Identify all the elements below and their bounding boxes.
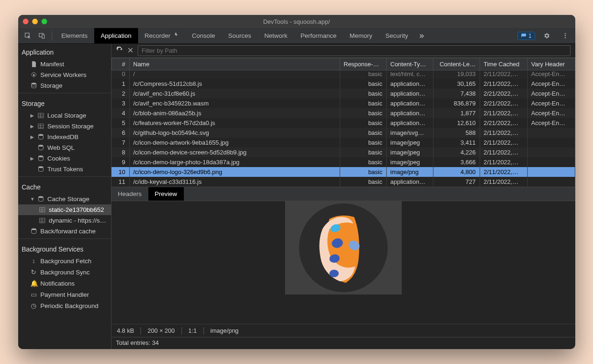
settings-icon[interactable] — [541, 30, 553, 42]
filter-bar — [112, 44, 575, 58]
sidebar-item-background-fetch[interactable]: ↕Background Fetch — [18, 256, 111, 266]
database-icon — [37, 133, 44, 140]
preview-size: 4.8 kB — [117, 327, 134, 334]
tab-elements[interactable]: Elements — [55, 28, 94, 43]
table-row[interactable]: 11/c/idb-keyval-c33d3116.jsbasicapplicat… — [112, 177, 575, 187]
svg-rect-14 — [39, 208, 44, 212]
svg-point-5 — [33, 74, 35, 76]
kebab-menu-icon[interactable] — [559, 30, 572, 42]
sidebar-item-periodic-background[interactable]: ◷Periodic Background — [18, 300, 111, 311]
more-panels-icon[interactable]: » — [416, 30, 428, 42]
sidebar-item-background-sync[interactable]: ↻Background Sync — [18, 266, 111, 278]
sidebar-item-storage[interactable]: Storage — [18, 80, 111, 91]
zoom-window-icon[interactable] — [42, 19, 47, 24]
table-row[interactable]: 8/c/icon-demo-device-screen-5d52d8b9.jpg… — [112, 147, 575, 157]
tab-security[interactable]: Security — [379, 28, 415, 43]
column-header[interactable]: Content-Le… — [433, 58, 480, 70]
table-row[interactable]: 3/c/avif_enc-b345922b.wasmbasicapplicati… — [112, 98, 575, 108]
clear-icon[interactable] — [127, 47, 134, 55]
close-window-icon[interactable] — [23, 19, 28, 24]
table-row[interactable]: 6/c/github-logo-bc05494c.svgbasicimage/s… — [112, 128, 575, 138]
database-icon — [37, 196, 44, 203]
detail-tab-headers[interactable]: Headers — [112, 187, 148, 201]
detail-tabs: HeadersPreview — [112, 187, 575, 201]
database-icon — [37, 166, 44, 173]
preview-zoom: 1:1 — [188, 327, 197, 334]
devtools-window: DevTools - squoosh.app/ ElementsApplicat… — [18, 15, 575, 349]
database-icon — [30, 228, 37, 235]
gear-icon — [30, 71, 37, 78]
table-row[interactable]: 10/c/icon-demo-logo-326ed9b6.pngbasicima… — [112, 167, 575, 177]
squoosh-logo-icon — [299, 203, 388, 292]
table-row[interactable]: 5/c/features-worker-f57d2da0.jsbasicappl… — [112, 118, 575, 128]
tab-memory[interactable]: Memory — [343, 28, 379, 43]
sidebar-item-web-sql[interactable]: Web SQL — [18, 142, 111, 153]
sidebar-item-notifications[interactable]: 🔔Notifications — [18, 278, 111, 289]
table-row[interactable]: 4/c/blob-anim-086aa25b.jsbasicapplicatio… — [112, 108, 575, 118]
svg-point-6 — [31, 83, 36, 84]
service-icon: ▭ — [30, 291, 37, 298]
sidebar-item-cache-storage[interactable]: ▼Cache Storage — [18, 194, 111, 204]
svg-rect-7 — [38, 113, 43, 118]
column-header[interactable]: Response-… — [340, 58, 386, 70]
tab-performance[interactable]: Performance — [294, 28, 343, 43]
tab-recorder[interactable]: Recorder — [138, 28, 186, 43]
table-icon — [37, 112, 44, 119]
sidebar-item-service-workers[interactable]: Service Workers — [18, 70, 111, 80]
device-toolbar-icon[interactable] — [36, 30, 48, 42]
service-icon: 🔔 — [30, 280, 37, 287]
sidebar-item-indexeddb[interactable]: ▶IndexedDB — [18, 132, 111, 142]
filter-input[interactable] — [138, 45, 571, 56]
column-header[interactable]: # — [112, 58, 129, 70]
preview-area — [112, 201, 575, 324]
svg-point-10 — [38, 145, 43, 147]
sidebar-item-trust-tokens[interactable]: Trust Tokens — [18, 164, 111, 175]
sidebar-item-cache-static[interactable]: static-2e1370bb652 — [18, 204, 111, 215]
svg-point-20 — [329, 270, 339, 277]
sidebar-item-bfcache[interactable]: Back/forward cache — [18, 226, 111, 237]
database-icon — [30, 82, 37, 89]
sidebar-group-cache: Cache — [18, 179, 111, 194]
database-icon — [37, 144, 44, 151]
column-header[interactable]: Name — [129, 58, 340, 70]
issues-badge[interactable]: 1 — [517, 32, 535, 40]
preview-status-bar: 4.8 kB 200 × 200 1:1 image/png — [112, 324, 575, 337]
svg-point-4 — [565, 37, 566, 39]
svg-point-2 — [565, 33, 566, 35]
svg-point-3 — [565, 35, 566, 36]
sidebar-item-session-storage[interactable]: ▶Session Storage — [18, 121, 111, 132]
refresh-icon[interactable] — [116, 47, 123, 55]
service-icon: ↕ — [30, 258, 37, 265]
svg-point-16 — [31, 228, 36, 230]
column-header[interactable]: Vary Header — [527, 58, 575, 70]
file-icon — [30, 61, 37, 68]
tab-sources[interactable]: Sources — [222, 28, 258, 43]
sidebar-item-payment-handler[interactable]: ▭Payment Handler — [18, 289, 111, 300]
tab-console[interactable]: Console — [185, 28, 222, 43]
sidebar-item-local-storage[interactable]: ▶Local Storage — [18, 110, 111, 121]
detail-tab-preview[interactable]: Preview — [148, 187, 184, 201]
table-row[interactable]: 1/c/Compress-51d12cb8.jsbasicapplication… — [112, 79, 575, 89]
minimize-window-icon[interactable] — [32, 19, 38, 24]
table-row[interactable]: 0/basictext/html, c…19,0332/11/2022,…Acc… — [112, 70, 575, 79]
top-toolbar: ElementsApplicationRecorderConsoleSource… — [18, 28, 575, 44]
sidebar-item-cache-dynamic[interactable]: dynamic - https://s… — [18, 215, 111, 226]
tab-network[interactable]: Network — [258, 28, 294, 43]
inspect-element-icon[interactable] — [22, 30, 34, 42]
issues-count: 1 — [529, 33, 532, 39]
column-header[interactable]: Content-Typ… — [386, 58, 433, 70]
svg-rect-15 — [39, 218, 44, 223]
table-row[interactable]: 2/c/avif_enc-31cf8e60.jsbasicapplication… — [112, 89, 575, 98]
table-row[interactable]: 9/c/icon-demo-large-photo-18da387a.jpgba… — [112, 157, 575, 167]
table-row[interactable]: 7/c/icon-demo-artwork-9eba1655.jpgbasici… — [112, 138, 575, 147]
preview-image-container — [285, 201, 402, 294]
sidebar-item-cookies[interactable]: ▶Cookies — [18, 153, 111, 164]
database-icon — [37, 155, 44, 162]
column-header[interactable]: Time Cached — [480, 58, 527, 70]
svg-point-12 — [38, 166, 43, 168]
svg-point-13 — [38, 196, 43, 198]
titlebar: DevTools - squoosh.app/ — [18, 15, 575, 28]
preview-dimensions: 200 × 200 — [147, 327, 174, 334]
sidebar-item-manifest[interactable]: Manifest — [18, 59, 111, 70]
tab-application[interactable]: Application — [94, 28, 138, 43]
